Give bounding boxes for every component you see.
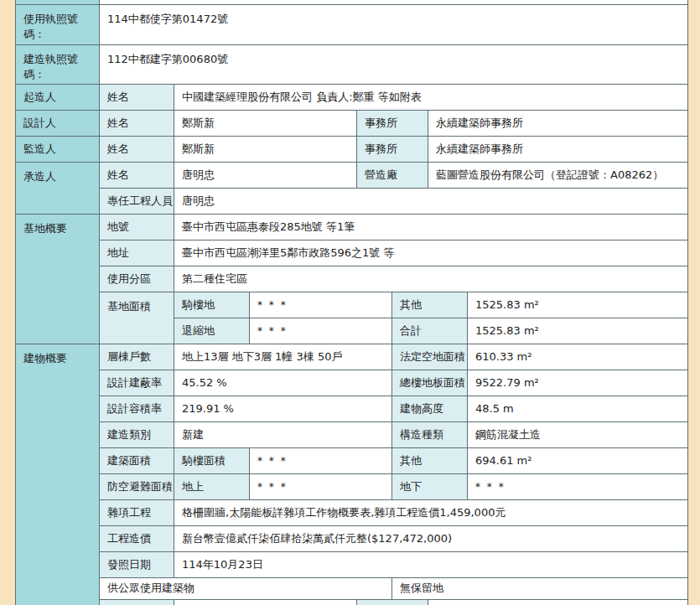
site-area-arcade-label-cell: 騎樓地 — [174, 292, 250, 318]
designer-row: 設計人 姓名 鄭斯新 事務所 永續建築師事務所 — [16, 110, 688, 136]
site-address-value-cell: 臺中市西屯區潮洋里5鄰市政路596之1號 等 — [174, 240, 688, 266]
building-floors-label-cell: 層棟戶數 — [100, 344, 174, 370]
building-structure-value-cell: 鋼筋混凝土造 — [468, 421, 688, 447]
site-zoning-label-cell: 使用分區 — [100, 266, 174, 292]
site-area-total-label-cell: 合計 — [392, 318, 468, 344]
building-shelter-below-value-cell: * * * — [468, 473, 688, 499]
partial-bottom-label-cell — [100, 599, 174, 605]
building-public-use-row: 供公眾使用建築物 無保留地 — [16, 577, 688, 599]
building-shelter-above-label-cell: 地上 — [174, 473, 250, 499]
partial-bottom-value-cell-2 — [428, 599, 688, 605]
site-area-other-label-cell: 其他 — [392, 292, 468, 318]
site-category-cell: 基地概要 — [16, 214, 100, 344]
building-issue-date-label-cell: 發照日期 — [100, 551, 174, 577]
build-license-value-cell: 112中都建字第00680號 — [100, 44, 688, 84]
building-shelter-above-value-cell: * * * — [250, 473, 392, 499]
contractor-category-cell: 承造人 — [16, 162, 100, 214]
site-address-row: 地址 臺中市西屯區潮洋里5鄰市政路596之1號 等 — [16, 240, 688, 266]
site-area-label-cell: 基地面積 — [100, 292, 174, 344]
building-built-area-arcade-value-cell: * * * — [250, 447, 392, 473]
building-shelter-label-cell: 防空避難面積 — [100, 473, 174, 499]
contractor-engineer-row: 專任工程人員 唐明忠 — [16, 188, 688, 214]
building-far-label-cell: 設計容積率 — [100, 396, 174, 421]
supervisor-office-label-cell: 事務所 — [357, 136, 428, 162]
contractor-name-value-cell: 唐明忠 — [174, 162, 357, 188]
use-license-value-cell: 114中都使字第01472號 — [100, 4, 688, 44]
designer-name-value-cell: 鄭斯新 — [174, 110, 357, 136]
supervisor-name-value-cell: 鄭斯新 — [174, 136, 357, 162]
site-lot-value-cell: 臺中市西屯區惠泰段285地號 等1筆 — [174, 214, 688, 240]
contractor-firm-value-cell: 藍圖營造股份有限公司（登記證號：A08262） — [428, 162, 688, 188]
partial-bottom-value-cell-1 — [174, 599, 357, 605]
partial-bottom-label-cell-2 — [357, 599, 428, 605]
building-cost-row: 工程造價 新台幣壹億貳仟柒佰肆拾柒萬貳仟元整($127,472,000) — [16, 525, 688, 551]
building-coverage-value-cell: 45.52 % — [174, 370, 392, 396]
building-shelter-row: 防空避難面積 地上 * * * 地下 * * * — [16, 473, 688, 499]
applicant-category-cell: 起造人 — [16, 84, 100, 110]
site-area-other-value-cell: 1525.83 m² — [468, 292, 688, 318]
building-misc-label-cell: 雜項工程 — [100, 499, 174, 525]
build-license-label-cell: 建造執照號碼： — [16, 44, 100, 84]
building-open-space-value-cell: 610.33 m² — [468, 344, 688, 370]
designer-office-value-cell: 永續建築師事務所 — [428, 110, 688, 136]
partial-bottom-row — [16, 599, 688, 605]
building-issue-date-value-cell: 114年10月23日 — [174, 551, 688, 577]
building-open-space-label-cell: 法定空地面積 — [392, 344, 468, 370]
building-far-value-cell: 219.91 % — [174, 396, 392, 421]
site-lot-label-cell: 地號 — [100, 214, 174, 240]
designer-category-cell: 設計人 — [16, 110, 100, 136]
building-type-row: 建造類別 新建 構造種類 鋼筋混凝土造 — [16, 421, 688, 447]
site-area-setback-label-cell: 退縮地 — [174, 318, 250, 344]
building-built-area-label-cell: 建築面積 — [100, 447, 174, 473]
permit-page: 使用執照號碼： 114中都使字第01472號 建造執照號碼： 112中都建字第0… — [0, 0, 700, 605]
use-license-label-cell: 使用執照號碼： — [16, 4, 100, 44]
building-height-value-cell: 48.5 m — [468, 396, 688, 421]
site-address-label-cell: 地址 — [100, 240, 174, 266]
applicant-row: 起造人 姓名 中國建築經理股份有限公司 負責人:鄭重 等如附表 — [16, 84, 688, 110]
contractor-engineer-value-cell: 唐明忠 — [174, 188, 688, 214]
building-built-area-arcade-label-cell: 騎樓面積 — [174, 447, 250, 473]
building-type-value-cell: 新建 — [174, 421, 392, 447]
site-zoning-value-cell: 第二種住宅區 — [174, 266, 688, 292]
supervisor-category-cell: 監造人 — [16, 136, 100, 162]
permit-info-table: 使用執照號碼： 114中都使字第01472號 建造執照號碼： 112中都建字第0… — [15, 0, 688, 605]
building-built-area-row: 建築面積 騎樓面積 * * * 其他 694.61 m² — [16, 447, 688, 473]
building-coverage-row: 設計建蔽率 45.52 % 總樓地板面積 9522.79 m² — [16, 370, 688, 396]
building-misc-value-cell: 格柵圍牆,太陽能板詳雜項工作物概要表,雜項工程造價1,459,000元 — [174, 499, 688, 525]
building-issue-date-row: 發照日期 114年10月23日 — [16, 551, 688, 577]
building-cost-value-cell: 新台幣壹億貳仟柒佰肆拾柒萬貳仟元整($127,472,000) — [174, 525, 688, 551]
designer-name-label-cell: 姓名 — [100, 110, 174, 136]
building-type-label-cell: 建造類別 — [100, 421, 174, 447]
building-floors-value-cell: 地上13層 地下3層 1幢 3棟 50戶 — [174, 344, 392, 370]
supervisor-row: 監造人 姓名 鄭斯新 事務所 永續建築師事務所 — [16, 136, 688, 162]
site-area-setback-value-cell: * * * — [250, 318, 392, 344]
building-reserved-cell: 無保留地 — [392, 577, 688, 599]
contractor-engineer-label-cell: 專任工程人員 — [100, 188, 174, 214]
site-lot-row: 基地概要 地號 臺中市西屯區惠泰段285地號 等1筆 — [16, 214, 688, 240]
building-public-use-cell: 供公眾使用建築物 — [100, 577, 392, 599]
applicant-name-label-cell: 姓名 — [100, 84, 174, 110]
building-built-area-other-value-cell: 694.61 m² — [468, 447, 688, 473]
contractor-firm-label-cell: 營造廠 — [357, 162, 428, 188]
contractor-row: 承造人 姓名 唐明忠 營造廠 藍圖營造股份有限公司（登記證號：A08262） — [16, 162, 688, 188]
site-area-arcade-value-cell: * * * — [250, 292, 392, 318]
building-total-floor-label-cell: 總樓地板面積 — [392, 370, 468, 396]
building-cost-label-cell: 工程造價 — [100, 525, 174, 551]
building-built-area-other-label-cell: 其他 — [392, 447, 468, 473]
build-license-row: 建造執照號碼： 112中都建字第00680號 — [16, 44, 688, 84]
building-height-label-cell: 建物高度 — [392, 396, 468, 421]
building-structure-label-cell: 構造種類 — [392, 421, 468, 447]
applicant-name-value-cell: 中國建築經理股份有限公司 負責人:鄭重 等如附表 — [174, 84, 688, 110]
supervisor-name-label-cell: 姓名 — [100, 136, 174, 162]
building-category-cell: 建物概要 — [16, 344, 100, 605]
site-area-total-value-cell: 1525.83 m² — [468, 318, 688, 344]
building-misc-row: 雜項工程 格柵圍牆,太陽能板詳雜項工作物概要表,雜項工程造價1,459,000元 — [16, 499, 688, 525]
building-floors-row: 建物概要 層棟戶數 地上13層 地下3層 1幢 3棟 50戶 法定空地面積 61… — [16, 344, 688, 370]
site-zoning-row: 使用分區 第二種住宅區 — [16, 266, 688, 292]
use-license-row: 使用執照號碼： 114中都使字第01472號 — [16, 4, 688, 44]
site-area-arcade-row: 基地面積 騎樓地 * * * 其他 1525.83 m² — [16, 292, 688, 318]
building-total-floor-value-cell: 9522.79 m² — [468, 370, 688, 396]
contractor-name-label-cell: 姓名 — [100, 162, 174, 188]
building-shelter-below-label-cell: 地下 — [392, 473, 468, 499]
building-far-row: 設計容積率 219.91 % 建物高度 48.5 m — [16, 396, 688, 421]
